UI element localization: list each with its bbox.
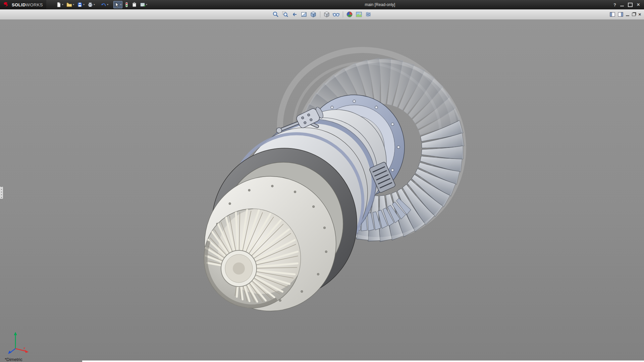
document-window-controls: ✕ — [610, 9, 641, 19]
display-style-button[interactable] — [323, 10, 331, 18]
standard-toolbar: ▾ ▾ ▾ ▾ ▾ — [55, 1, 148, 8]
view-settings-button[interactable] — [364, 10, 373, 18]
doc-restore-button[interactable] — [632, 13, 636, 16]
cone-tip-center — [233, 262, 245, 275]
view-orientation-icon — [310, 11, 317, 18]
view-orientation-button[interactable] — [309, 10, 318, 18]
maximize-button[interactable] — [628, 3, 633, 7]
ds-logo-icon — [3, 2, 10, 8]
brand-works: WORKS — [26, 2, 43, 7]
edit-appearance-button[interactable] — [345, 10, 354, 18]
window-controls: ? ✕ — [613, 2, 644, 7]
close-button[interactable]: ✕ — [637, 2, 640, 7]
engine-assembly — [204, 29, 481, 311]
select-cursor-icon — [114, 2, 119, 7]
engine-3d-model[interactable] — [0, 20, 644, 362]
display-style-icon — [323, 11, 330, 18]
feature-manager-collapse-tab[interactable] — [0, 186, 3, 199]
design-table-button[interactable]: ▾ — [139, 1, 148, 8]
design-table-icon — [140, 2, 145, 7]
dropdown-caret-icon[interactable]: ▾ — [120, 3, 121, 6]
save-floppy-icon — [77, 2, 83, 7]
zoom-area-icon — [282, 11, 288, 18]
orientation-triad: x — [3, 328, 31, 357]
toolbar-separator — [343, 11, 343, 17]
document-title: main [Read-only] — [365, 0, 395, 9]
hide-show-items-button[interactable] — [332, 10, 340, 18]
section-view-button[interactable] — [300, 10, 308, 18]
triad-x-arrowhead — [25, 350, 29, 353]
hide-show-items-icon — [332, 11, 340, 18]
doc-minimize-button[interactable] — [626, 15, 629, 16]
view-toolbar-row: ✕ — [0, 9, 644, 20]
options-clipboard-icon — [132, 2, 137, 7]
view-settings-icon — [365, 11, 372, 18]
heads-up-view-toolbar — [272, 10, 373, 18]
options-button[interactable] — [131, 1, 138, 8]
print-icon — [88, 2, 93, 7]
view-orientation-label: *Dimetric — [5, 357, 22, 362]
solidworks-logo: SOLIDWORKS — [0, 0, 46, 9]
triad-x-label: x — [23, 346, 25, 350]
graphics-area[interactable]: x *Dimetric — [0, 20, 644, 362]
zoom-to-fit-button[interactable] — [272, 10, 280, 18]
new-document-button[interactable]: ▾ — [55, 1, 64, 8]
select-button[interactable]: ▾ — [113, 1, 122, 8]
dropdown-caret-icon[interactable]: ▾ — [83, 3, 85, 6]
status-bar-strip — [82, 360, 644, 362]
triad-z-arrowhead — [8, 351, 11, 354]
zoom-area-button[interactable] — [281, 10, 289, 18]
undo-button[interactable]: ▾ — [100, 1, 109, 8]
apply-scene-icon — [356, 11, 362, 18]
triad-y-arrowhead — [14, 332, 17, 335]
previous-view-icon — [291, 11, 298, 18]
brand-solid: SOLID — [12, 2, 26, 7]
rebuild-button[interactable] — [123, 1, 130, 8]
open-folder-icon — [66, 2, 72, 7]
print-button[interactable]: ▾ — [87, 1, 96, 8]
titlebar: SOLIDWORKS ▾ ▾ ▾ ▾ — [0, 0, 644, 9]
minimize-button[interactable] — [620, 6, 624, 6]
tile-pane-left-icon[interactable] — [610, 12, 615, 17]
rebuild-stoplight-icon — [124, 2, 129, 7]
dropdown-caret-icon[interactable]: ▾ — [62, 3, 63, 6]
toolbar-separator — [320, 11, 320, 17]
zoom-to-fit-icon — [272, 11, 279, 18]
previous-view-button[interactable] — [290, 10, 299, 18]
undo-arrow-icon — [101, 2, 106, 7]
dropdown-caret-icon[interactable]: ▾ — [107, 3, 108, 6]
lever-pivot — [276, 128, 282, 133]
triad-z-axis — [10, 349, 15, 353]
dropdown-caret-icon[interactable]: ▾ — [73, 3, 74, 6]
dropdown-caret-icon[interactable]: ▾ — [94, 3, 95, 6]
open-button[interactable]: ▾ — [65, 1, 75, 8]
tile-pane-right-icon[interactable] — [618, 12, 623, 17]
doc-close-button[interactable]: ✕ — [638, 13, 641, 16]
solidworks-window: SOLIDWORKS ▾ ▾ ▾ ▾ — [0, 0, 644, 362]
save-button[interactable]: ▾ — [76, 1, 86, 8]
new-document-icon — [56, 2, 61, 7]
help-button[interactable]: ? — [613, 2, 616, 7]
section-view-icon — [301, 11, 307, 18]
apply-scene-button[interactable] — [355, 10, 363, 18]
dropdown-caret-icon[interactable]: ▾ — [146, 3, 147, 6]
edit-appearance-icon — [346, 11, 353, 18]
